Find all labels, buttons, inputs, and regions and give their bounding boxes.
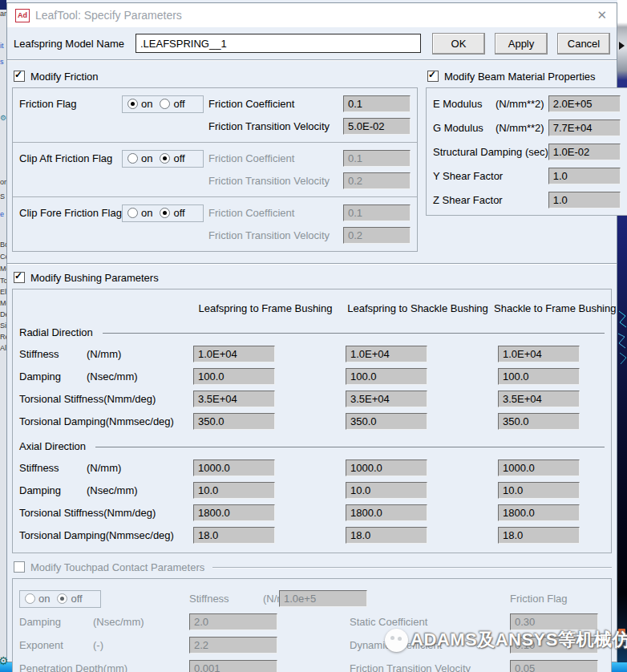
radial-torsional-stiffness-field-2[interactable]: 3.5E+04: [346, 391, 427, 407]
friction-transition-velocity-label: Friction Transition Velocity: [208, 175, 343, 187]
axial-stiffness-field-1[interactable]: 1000.0: [193, 459, 275, 476]
bg-text-fragment: Si: [0, 322, 6, 330]
modify-bushing-checkbox[interactable]: [14, 272, 25, 283]
g-modulus-unit: (N/mm**2): [496, 122, 544, 134]
column-header-shackle-frame: Shackle to Frame Bushing: [494, 302, 616, 314]
bushing-column-headers: Leafspring to Frame Bushing Leafspring t…: [19, 294, 605, 322]
z-shear-field[interactable]: 1.0: [548, 192, 621, 208]
touchpad-friction-flag-radio-group: on off: [19, 590, 101, 608]
friction-coefficient-label: Friction Coefficient: [208, 98, 343, 110]
axial-stiffness-field-3[interactable]: 1000.0: [498, 459, 580, 476]
radio-on: [25, 593, 35, 604]
clip-aft-friction-flag-label: Clip Aft Friction Flag: [19, 152, 122, 164]
touchpad-exponent-field: 2.2: [189, 637, 277, 654]
touchpad-damping-field: 2.0: [189, 613, 277, 630]
friction-coefficient-field[interactable]: 0.1: [343, 95, 411, 112]
radial-torsional-damping-field-1[interactable]: 350.0: [193, 413, 275, 430]
radial-torsional-stiffness-field-3[interactable]: 3.5E+04: [498, 391, 580, 407]
radio-off[interactable]: [160, 99, 170, 109]
torsional-stiffness-unit: (Nmm/deg): [103, 507, 156, 519]
axial-torsional-stiffness-field-1[interactable]: 1800.0: [193, 504, 275, 521]
clip-aft-radio-group: on off: [122, 150, 204, 168]
e-modulus-label: E Modulus: [433, 98, 496, 110]
axial-damping-field-3[interactable]: 10.0: [498, 482, 580, 499]
axial-torsional-damping-field-2[interactable]: 18.0: [346, 527, 427, 544]
touchpad-row-1: Stiffness(N/mm) 1.0e+5 Friction Flag on …: [19, 587, 605, 610]
axial-torsional-stiffness-field-3[interactable]: 1800.0: [498, 504, 580, 521]
clip-fore-friction-row: Clip Fore Friction Flag on off Friction …: [13, 196, 417, 251]
radial-torsional-damping-field-2[interactable]: 350.0: [346, 413, 427, 430]
cancel-button[interactable]: Cancel: [557, 33, 610, 55]
friction-coefficient-label: Friction Coefficient: [208, 207, 343, 219]
close-icon[interactable]: ✕: [595, 8, 609, 22]
model-name-row: Leafspring Model Name OK Apply Cancel: [7, 27, 617, 59]
friction-transition-velocity-label: Friction Transition Velocity: [350, 662, 510, 672]
axial-torsional-stiffness-field-2[interactable]: 1800.0: [346, 504, 427, 521]
axial-damping-row: Damping(Nsec/mm) 10.0 10.0 10.0: [19, 479, 605, 501]
radial-damping-field-1[interactable]: 100.0: [193, 368, 275, 385]
axial-torsional-damping-field-1[interactable]: 18.0: [193, 527, 275, 544]
clip-aft-friction-row: Clip Aft Friction Flag on off Friction C…: [13, 142, 417, 196]
stiffness-unit: (N/mm): [87, 348, 121, 360]
apply-button[interactable]: Apply: [495, 33, 548, 55]
g-modulus-field[interactable]: 7.7E+04: [548, 119, 621, 136]
axial-torsional-damping-row: Torsional Damping(Nmmsec/deg) 18.0 18.0 …: [19, 524, 605, 546]
torsional-damping-unit: (Nmmsec/deg): [106, 415, 174, 427]
y-shear-row: Y Shear Factor 1.0: [427, 164, 627, 188]
radial-stiffness-field-1[interactable]: 1.0E+04: [193, 346, 275, 362]
bg-text-fragment: All: [0, 344, 6, 352]
radio-on[interactable]: [127, 153, 138, 164]
watermark-text: ADAMS及ANSYS等机械仿真: [411, 628, 627, 652]
axial-damping-field-2[interactable]: 10.0: [346, 482, 427, 499]
radio-off[interactable]: [160, 153, 170, 164]
axial-damping-field-1[interactable]: 10.0: [193, 482, 275, 499]
clip-fore-radio-group: on off: [122, 204, 204, 222]
structural-damping-field[interactable]: 1.0E-02: [548, 144, 621, 160]
radial-damping-field-2[interactable]: 100.0: [346, 368, 427, 385]
friction-coefficient-label: Friction Coefficient: [208, 152, 343, 164]
radial-torsional-stiffness-field-1[interactable]: 3.5E+04: [193, 391, 275, 407]
background-sketch-lines: [617, 305, 627, 377]
axial-stiffness-field-2[interactable]: 1000.0: [346, 459, 427, 476]
bg-text-fragment: El: [0, 288, 6, 296]
axial-torsional-stiffness-row: Torsional Stiffness(Nmm/deg) 1800.0 1800…: [19, 501, 605, 524]
radial-torsional-damping-field-3[interactable]: 350.0: [498, 413, 580, 430]
adams-app-icon: Ad: [15, 9, 30, 22]
axial-torsional-damping-field-3[interactable]: 18.0: [498, 527, 580, 544]
axial-direction-row: Axial Direction: [19, 435, 605, 456]
title-bar: Ad LeafTool: Specify Parameters ✕: [7, 3, 617, 27]
modify-bushing-checkbox-row: Modify Bushing Parameters: [14, 269, 612, 285]
friction-groupbox: Friction Flag on off Friction Coefficien…: [12, 87, 418, 252]
ok-button[interactable]: OK: [432, 33, 485, 55]
radial-damping-field-3[interactable]: 100.0: [498, 368, 580, 385]
beam-groupbox: E Modulus(N/mm**2) 2.0E+05 G Modulus(N/m…: [426, 87, 627, 216]
bg-text-fragment: Cc: [0, 253, 6, 261]
friction-flag-radio-group: on off: [122, 95, 204, 113]
y-shear-field[interactable]: 1.0: [548, 168, 621, 184]
radio-on[interactable]: [127, 208, 138, 218]
touchpad-row-4: Penetration Depth(mm) 0.001 Friction Tra…: [19, 657, 605, 672]
radio-on-label: on: [141, 207, 152, 219]
modify-touchpad-checkbox[interactable]: [14, 561, 25, 573]
model-name-input[interactable]: [136, 34, 421, 53]
bg-text-fragment: Re: [0, 333, 6, 341]
friction-flag-label: Friction Flag: [510, 593, 603, 605]
radio-off[interactable]: [160, 208, 170, 218]
damping-label: Damping: [19, 616, 93, 628]
radial-stiffness-field-3[interactable]: 1.0E+04: [498, 346, 580, 362]
modify-beam-checkbox[interactable]: [427, 71, 439, 82]
y-shear-label: Y Shear Factor: [433, 170, 503, 182]
radial-damping-row: Damping(Nsec/mm) 100.0 100.0 100.0: [19, 365, 605, 387]
radio-off-label: off: [71, 593, 82, 605]
torsional-damping-unit: (Nmmsec/deg): [106, 529, 174, 541]
radial-stiffness-field-2[interactable]: 1.0E+04: [346, 346, 427, 362]
radio-on[interactable]: [127, 99, 138, 109]
modify-friction-checkbox[interactable]: [14, 71, 25, 82]
structural-damping-label: Structural Damping (sec): [433, 146, 548, 158]
friction-transition-velocity-field[interactable]: 5.0E-02: [343, 118, 411, 135]
column-header-leafspring-frame: Leafspring to Frame Bushing: [189, 302, 342, 314]
background-left-strip: an it s ⚙ or S e Bc Cc Mc To El Me De Si…: [0, 0, 6, 672]
torsional-damping-label: Torsional Damping: [19, 415, 106, 427]
e-modulus-field[interactable]: 2.0E+05: [548, 95, 621, 112]
friction-flag-label: Friction Flag: [19, 98, 122, 110]
